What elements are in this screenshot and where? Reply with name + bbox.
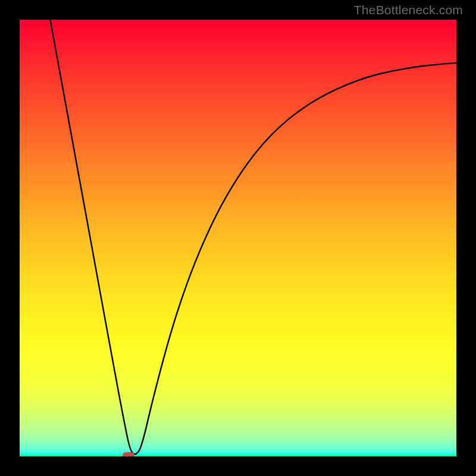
bottleneck-curve-svg <box>20 20 456 456</box>
chart-plot-area <box>20 20 456 456</box>
minimum-marker <box>123 452 134 456</box>
bottleneck-curve-path <box>50 20 456 454</box>
watermark-text: TheBottleneck.com <box>354 3 463 17</box>
outer-frame: TheBottleneck.com <box>0 0 476 476</box>
